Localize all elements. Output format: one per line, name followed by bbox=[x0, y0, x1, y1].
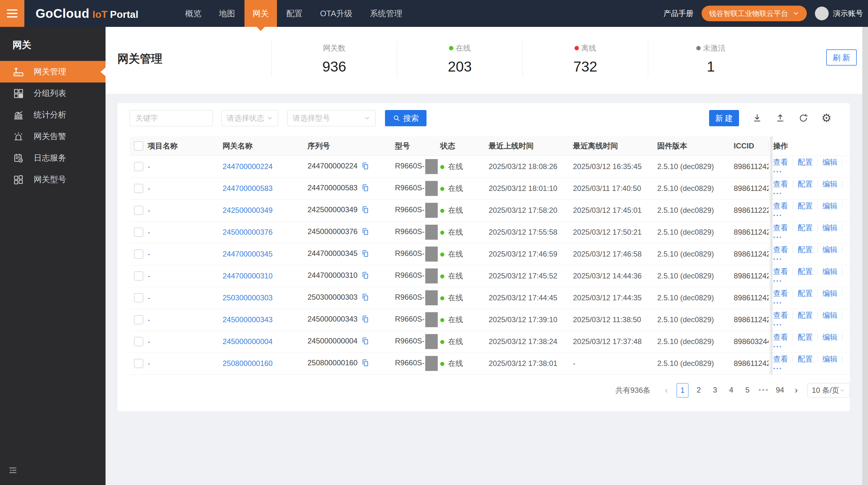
page-button-5[interactable]: 5 bbox=[742, 383, 753, 398]
page-size-select[interactable]: 10 条/页 bbox=[807, 383, 850, 398]
download-icon[interactable] bbox=[752, 113, 762, 123]
edit-action[interactable]: 编辑 bbox=[823, 267, 837, 276]
copy-icon[interactable] bbox=[361, 249, 369, 259]
select-all-checkbox[interactable] bbox=[134, 141, 143, 151]
config-action[interactable]: 配置 bbox=[798, 333, 813, 341]
edit-action[interactable]: 编辑 bbox=[823, 202, 837, 210]
more-actions-icon[interactable]: ··· bbox=[773, 320, 782, 329]
more-actions-icon[interactable]: ··· bbox=[773, 277, 782, 285]
gateway-name-link[interactable]: 244700000224 bbox=[223, 162, 273, 171]
row-checkbox[interactable] bbox=[134, 359, 143, 368]
more-actions-icon[interactable]: ··· bbox=[773, 233, 782, 241]
project-name-link[interactable]: - bbox=[148, 359, 150, 368]
row-checkbox[interactable] bbox=[134, 315, 143, 324]
menu-toggle-button[interactable] bbox=[0, 0, 24, 27]
edit-action[interactable]: 编辑 bbox=[823, 289, 837, 297]
config-action[interactable]: 配置 bbox=[798, 158, 813, 166]
copy-icon[interactable] bbox=[361, 228, 369, 237]
copy-icon[interactable] bbox=[361, 271, 369, 281]
nav-item-overview[interactable]: 概览 bbox=[177, 0, 210, 27]
gear-icon[interactable]: ⚙ bbox=[822, 113, 832, 124]
row-checkbox[interactable] bbox=[134, 184, 143, 193]
edit-action[interactable]: 编辑 bbox=[823, 333, 837, 341]
edit-action[interactable]: 编辑 bbox=[823, 158, 837, 166]
project-name-link[interactable]: - bbox=[148, 228, 150, 236]
gateway-name-link[interactable]: 250800000160 bbox=[223, 359, 273, 368]
edit-action[interactable]: 编辑 bbox=[823, 180, 837, 188]
sidebar-item-gateway-model[interactable]: 网关型号 bbox=[0, 169, 105, 190]
row-checkbox[interactable] bbox=[134, 249, 143, 259]
project-name-link[interactable]: - bbox=[148, 293, 150, 302]
nav-item-ota[interactable]: OTA升级 bbox=[312, 0, 361, 27]
row-checkbox[interactable] bbox=[134, 293, 143, 303]
row-checkbox[interactable] bbox=[134, 228, 143, 237]
copy-icon[interactable] bbox=[361, 359, 369, 369]
gateway-name-link[interactable]: 245000000004 bbox=[223, 337, 273, 346]
view-action[interactable]: 查看 bbox=[773, 289, 788, 297]
keyword-input[interactable] bbox=[130, 110, 213, 126]
nav-item-map[interactable]: 地图 bbox=[211, 0, 243, 27]
copy-icon[interactable] bbox=[361, 184, 369, 194]
copy-icon[interactable] bbox=[361, 337, 369, 347]
edit-action[interactable]: 编辑 bbox=[823, 355, 837, 363]
project-name-link[interactable]: - bbox=[148, 272, 150, 280]
view-action[interactable]: 查看 bbox=[773, 245, 788, 254]
more-actions-icon[interactable]: ··· bbox=[773, 189, 782, 198]
window-scrollbar[interactable] bbox=[862, 27, 868, 485]
gateway-name-link[interactable]: 245000000343 bbox=[223, 315, 273, 324]
gateway-name-link[interactable]: 244700000310 bbox=[223, 272, 273, 280]
create-button[interactable]: 新建 bbox=[709, 110, 739, 126]
config-action[interactable]: 配置 bbox=[798, 355, 813, 363]
account-name[interactable]: 演示账号 bbox=[833, 8, 863, 19]
page-ellipsis[interactable]: ••• bbox=[758, 383, 770, 398]
search-button[interactable]: 搜索 bbox=[385, 110, 427, 126]
sidebar-item-statistics[interactable]: 统计分析 bbox=[0, 104, 105, 125]
view-action[interactable]: 查看 bbox=[773, 223, 788, 232]
more-actions-icon[interactable]: ··· bbox=[773, 364, 782, 372]
prev-page-button[interactable]: ‹ bbox=[660, 383, 672, 398]
nav-item-config[interactable]: 配置 bbox=[278, 0, 311, 27]
config-action[interactable]: 配置 bbox=[798, 202, 813, 210]
avatar[interactable] bbox=[815, 6, 829, 20]
config-action[interactable]: 配置 bbox=[798, 267, 813, 276]
copy-icon[interactable] bbox=[361, 293, 369, 303]
sidebar-collapse-button[interactable] bbox=[8, 466, 18, 476]
page-button-3[interactable]: 3 bbox=[709, 383, 721, 398]
view-action[interactable]: 查看 bbox=[773, 202, 788, 210]
view-action[interactable]: 查看 bbox=[773, 311, 788, 319]
sidebar-item-log-service[interactable]: 日志服务 bbox=[0, 147, 105, 169]
gateway-name-link[interactable]: 242500000349 bbox=[223, 206, 273, 215]
gateway-name-link[interactable]: 244700000345 bbox=[223, 250, 273, 258]
view-action[interactable]: 查看 bbox=[773, 180, 788, 188]
project-name-link[interactable]: - bbox=[148, 337, 150, 346]
reload-icon[interactable] bbox=[798, 113, 808, 123]
page-button-1[interactable]: 1 bbox=[677, 383, 688, 398]
nav-item-gateway[interactable]: 网关 bbox=[245, 0, 277, 27]
view-action[interactable]: 查看 bbox=[773, 355, 788, 363]
edit-action[interactable]: 编辑 bbox=[823, 311, 837, 319]
copy-icon[interactable] bbox=[361, 315, 369, 325]
view-action[interactable]: 查看 bbox=[773, 333, 788, 341]
gateway-name-link[interactable]: 245000000376 bbox=[223, 228, 273, 236]
config-action[interactable]: 配置 bbox=[798, 180, 813, 188]
project-name-link[interactable]: - bbox=[148, 162, 150, 171]
model-select[interactable]: 请选择型号 bbox=[287, 110, 376, 126]
status-select[interactable]: 请选择状态 bbox=[221, 110, 278, 126]
project-name-link[interactable]: - bbox=[148, 250, 150, 258]
row-checkbox[interactable] bbox=[134, 206, 143, 215]
page-button-4[interactable]: 4 bbox=[725, 383, 737, 398]
config-action[interactable]: 配置 bbox=[798, 223, 813, 232]
sidebar-item-group-list[interactable]: 分组列表 bbox=[0, 83, 105, 104]
config-action[interactable]: 配置 bbox=[798, 311, 813, 319]
more-actions-icon[interactable]: ··· bbox=[773, 342, 782, 351]
view-action[interactable]: 查看 bbox=[773, 158, 788, 166]
nav-item-system[interactable]: 系统管理 bbox=[362, 0, 411, 27]
row-checkbox[interactable] bbox=[134, 162, 143, 171]
config-action[interactable]: 配置 bbox=[798, 245, 813, 254]
project-name-link[interactable]: - bbox=[148, 184, 150, 193]
product-manual-link[interactable]: 产品手册 bbox=[663, 8, 693, 19]
row-checkbox[interactable] bbox=[134, 337, 143, 346]
next-page-button[interactable]: › bbox=[790, 383, 802, 398]
page-button-last[interactable]: 94 bbox=[774, 383, 786, 398]
copy-icon[interactable] bbox=[361, 162, 369, 172]
